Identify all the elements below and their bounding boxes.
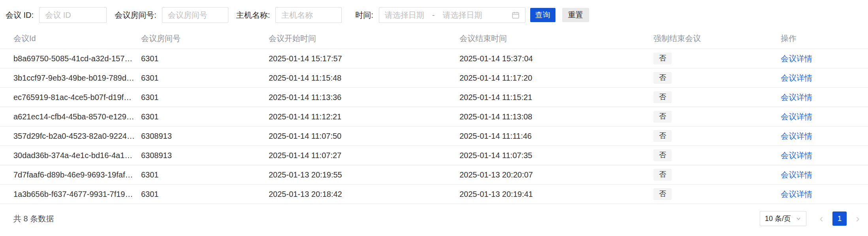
meeting-id-input[interactable] xyxy=(39,7,107,23)
meeting-detail-link[interactable]: 会议详情 xyxy=(781,74,812,82)
forced-end-badge: 否 xyxy=(653,169,672,181)
end-time-cell: 2025-01-14 15:37:04 xyxy=(459,54,653,63)
table-row: 7d7faaf6-d89b-46e9-9693-19fafa02812d6301… xyxy=(0,165,868,185)
meeting-detail-link[interactable]: 会议详情 xyxy=(781,54,812,63)
room-number-cell: 6301 xyxy=(141,74,269,83)
meeting-id-cell: b8a69750-5085-41cd-a32d-1579ae309927 xyxy=(13,54,141,63)
action-cell: 会议详情 xyxy=(781,170,855,180)
start-time-cell: 2025-01-14 15:17:57 xyxy=(269,54,459,63)
room-number-cell: 6301 xyxy=(141,190,269,199)
table-row: 357d29fc-b2a0-4523-82a0-9224bad437766308… xyxy=(0,126,868,146)
forced-end-cell: 否 xyxy=(653,130,781,142)
room-number-cell: 6308913 xyxy=(141,132,269,141)
meeting-id-cell: 1a3b656b-f637-4677-9931-7f19f662eb86 xyxy=(13,190,141,199)
forced-end-cell: 否 xyxy=(653,111,781,123)
chevron-down-icon xyxy=(796,216,801,221)
meeting-id-field-group: 会议 ID: xyxy=(6,7,107,23)
end-time-cell: 2025-01-14 11:07:35 xyxy=(459,151,653,160)
table-row: ec765919-81ac-4ce5-b07f-d19f1428b54e6301… xyxy=(0,88,868,107)
date-end-placeholder[interactable]: 请选择日期 xyxy=(442,10,482,21)
start-time-cell: 2025-01-13 20:18:42 xyxy=(269,190,459,199)
time-field-group: 时间: 请选择日期 - 请选择日期 xyxy=(350,7,525,23)
room-number-cell: 6301 xyxy=(141,54,269,63)
table-header-row: 会议Id会议房间号会议开始时间会议结束时间强制结束会议操作 xyxy=(0,28,868,49)
page-size-value: 10 条/页 xyxy=(765,214,791,223)
table-row: 3b1ccf97-9eb3-49be-b019-789de9c5fac86301… xyxy=(0,68,868,88)
search-bar: 会议 ID: 会议房间号: 主机名称: 时间: 请选择日期 - 请选择日期 查询… xyxy=(0,0,868,23)
start-time-cell: 2025-01-14 11:07:27 xyxy=(269,151,459,160)
date-start-placeholder[interactable]: 请选择日期 xyxy=(385,10,424,21)
forced-end-cell: 否 xyxy=(653,188,781,200)
start-time-cell: 2025-01-14 11:07:50 xyxy=(269,132,459,141)
table-row: b8a69750-5085-41cd-a32d-1579ae3099276301… xyxy=(0,49,868,68)
total-count-text: 共 8 条数据 xyxy=(13,213,54,224)
meeting-id-cell: ec765919-81ac-4ce5-b07f-d19f1428b54e xyxy=(13,93,141,102)
calendar-icon xyxy=(512,11,520,19)
action-cell: 会议详情 xyxy=(781,189,855,200)
action-cell: 会议详情 xyxy=(781,150,855,161)
host-name-input[interactable] xyxy=(275,7,342,23)
meeting-detail-link[interactable]: 会议详情 xyxy=(781,132,812,140)
room-number-cell: 6301 xyxy=(141,93,269,102)
forced-end-cell: 否 xyxy=(653,72,781,84)
column-header: 会议开始时间 xyxy=(269,33,459,44)
room-number-cell: 6308913 xyxy=(141,151,269,160)
start-time-cell: 2025-01-14 11:15:48 xyxy=(269,74,459,83)
meeting-id-cell: 7d7faaf6-d89b-46e9-9693-19fafa02812d xyxy=(13,170,141,179)
meeting-detail-link[interactable]: 会议详情 xyxy=(781,151,812,160)
column-header: 操作 xyxy=(781,33,855,44)
action-cell: 会议详情 xyxy=(781,131,855,142)
forced-end-badge: 否 xyxy=(653,72,672,84)
end-time-cell: 2025-01-13 20:20:07 xyxy=(459,170,653,179)
host-name-label: 主机名称: xyxy=(236,10,270,21)
meeting-detail-link[interactable]: 会议详情 xyxy=(781,112,812,121)
reset-button[interactable]: 重置 xyxy=(562,8,589,22)
room-number-cell: 6301 xyxy=(141,170,269,179)
column-header: 会议房间号 xyxy=(141,33,269,44)
meeting-id-cell: 357d29fc-b2a0-4523-82a0-9224bad43776 xyxy=(13,132,141,141)
page-size-select[interactable]: 10 条/页 xyxy=(760,211,806,226)
table-row: 30dad36b-374a-4e1c-bd16-4a14b56ca1286308… xyxy=(0,146,868,165)
room-number-cell: 6301 xyxy=(141,112,269,121)
meeting-detail-link[interactable]: 会议详情 xyxy=(781,170,812,179)
end-time-cell: 2025-01-14 11:11:46 xyxy=(459,132,653,141)
forced-end-cell: 否 xyxy=(653,53,781,64)
forced-end-cell: 否 xyxy=(653,91,781,103)
time-label: 时间: xyxy=(355,10,373,21)
meeting-id-cell: a621ec14-cfb4-45ba-8570-e129d88761ea xyxy=(13,112,141,121)
end-time-cell: 2025-01-13 20:19:41 xyxy=(459,190,653,199)
end-time-cell: 2025-01-14 11:15:21 xyxy=(459,93,653,102)
forced-end-badge: 否 xyxy=(653,188,672,200)
forced-end-badge: 否 xyxy=(653,53,672,64)
action-cell: 会议详情 xyxy=(781,53,855,64)
room-number-input[interactable] xyxy=(162,7,228,23)
query-button[interactable]: 查询 xyxy=(530,8,555,22)
meeting-detail-link[interactable]: 会议详情 xyxy=(781,93,812,102)
column-header: 强制结束会议 xyxy=(653,33,781,44)
action-cell: 会议详情 xyxy=(781,111,855,122)
forced-end-badge: 否 xyxy=(653,149,672,161)
action-cell: 会议详情 xyxy=(781,92,855,103)
date-range-picker[interactable]: 请选择日期 - 请选择日期 xyxy=(379,7,525,23)
table-footer: 共 8 条数据 10 条/页 ‹ 1 › xyxy=(0,204,868,233)
next-page-icon[interactable]: › xyxy=(851,211,865,226)
host-name-field-group: 主机名称: xyxy=(236,7,342,23)
forced-end-badge: 否 xyxy=(653,130,672,142)
start-time-cell: 2025-01-14 11:13:36 xyxy=(269,93,459,102)
forced-end-cell: 否 xyxy=(653,169,781,181)
column-header: 会议Id xyxy=(13,33,141,44)
action-cell: 会议详情 xyxy=(781,73,855,83)
meeting-id-cell: 30dad36b-374a-4e1c-bd16-4a14b56ca128 xyxy=(13,151,141,160)
end-time-cell: 2025-01-14 11:17:20 xyxy=(459,74,653,83)
room-number-field-group: 会议房间号: xyxy=(115,7,228,23)
meeting-id-label: 会议 ID: xyxy=(6,10,34,21)
forced-end-badge: 否 xyxy=(653,91,672,103)
table-row: 1a3b656b-f637-4677-9931-7f19f662eb866301… xyxy=(0,185,868,204)
meeting-detail-link[interactable]: 会议详情 xyxy=(781,190,812,198)
forced-end-cell: 否 xyxy=(653,149,781,161)
prev-page-icon[interactable]: ‹ xyxy=(814,211,828,226)
end-time-cell: 2025-01-14 11:13:08 xyxy=(459,112,653,121)
meetings-table: 会议Id会议房间号会议开始时间会议结束时间强制结束会议操作 b8a69750-5… xyxy=(0,28,868,204)
date-range-separator: - xyxy=(432,11,435,20)
page-1-button[interactable]: 1 xyxy=(832,211,847,226)
